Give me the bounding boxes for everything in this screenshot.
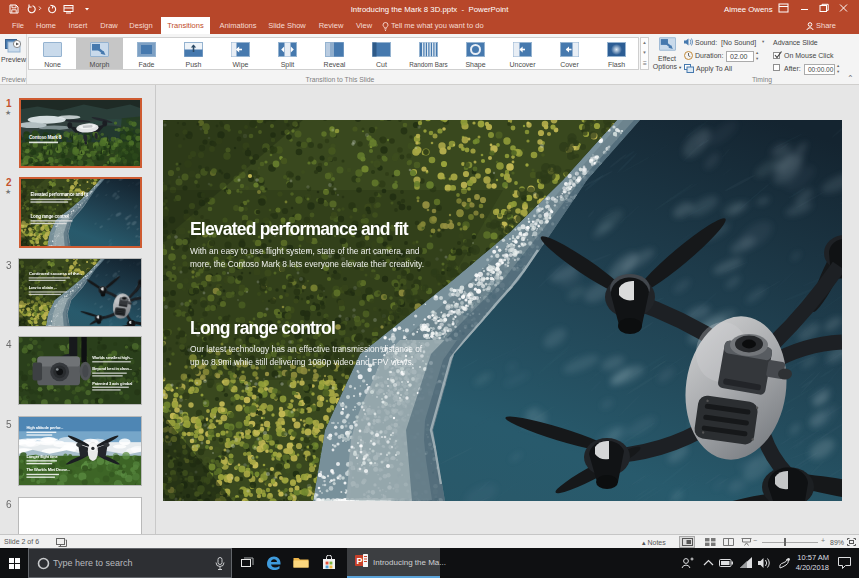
svg-text:Low to obtain ...: Low to obtain ... xyxy=(29,285,57,290)
svg-text:High altitude perfor...: High altitude perfor... xyxy=(26,425,63,430)
svg-text:Beyond best in class...: Beyond best in class... xyxy=(92,367,132,372)
svg-text:Longer flight time: Longer flight time xyxy=(26,454,58,459)
svg-text:Patented 3 axis gimbal: Patented 3 axis gimbal xyxy=(92,381,132,386)
svg-text:Contoso Mark 8: Contoso Mark 8 xyxy=(29,135,62,140)
svg-text:Worlds smallest high...: Worlds smallest high... xyxy=(92,355,132,360)
svg-text:Elevated performance and fit: Elevated performance and fit xyxy=(30,192,88,197)
svg-text:Continued success of the...: Continued success of the... xyxy=(29,271,82,276)
svg-text:P: P xyxy=(357,556,363,566)
svg-text:Long range control: Long range control xyxy=(30,214,68,219)
svg-text:The Worlds Mini Drone...: The Worlds Mini Drone... xyxy=(26,467,69,472)
